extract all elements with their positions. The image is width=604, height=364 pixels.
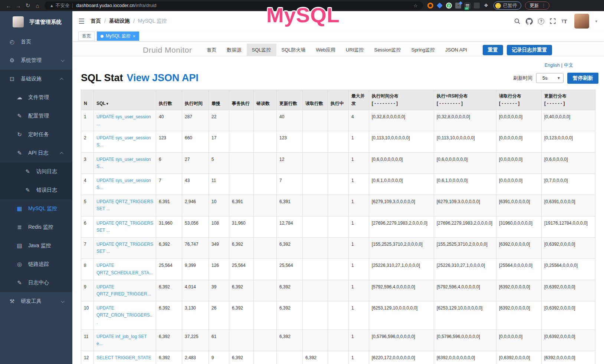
druid-nav-SQL监控[interactable]: SQL监控 bbox=[247, 44, 276, 56]
sql-link[interactable]: UPDATE QRTZ_TRIGGERS SET ... bbox=[96, 199, 153, 211]
sidebar-item-首页[interactable]: ◴首页 bbox=[0, 33, 72, 51]
view-json-api-link[interactable]: View JSON API bbox=[127, 72, 199, 84]
sidebar-item-Java 监控[interactable]: ▤Java 监控 bbox=[0, 236, 72, 255]
font-size-icon[interactable]: TT bbox=[561, 18, 567, 24]
back-icon[interactable]: ← bbox=[4, 3, 13, 9]
address-bar[interactable]: ▲ 不安全 dashboard.yudao.iocoder.cn/infra/d… bbox=[45, 1, 423, 10]
druid-nav-URI监控[interactable]: URI监控 bbox=[341, 44, 369, 56]
sql-link[interactable]: UPDATE sys_user_session S... bbox=[96, 178, 151, 190]
browser-update-button[interactable]: 更新 ⋮ bbox=[525, 1, 549, 10]
avatar-dropdown-caret-icon[interactable]: ▾ bbox=[595, 19, 597, 24]
sidebar-item-研发工具[interactable]: ⚒研发工具 bbox=[0, 292, 72, 311]
extension-icon[interactable]: y bbox=[446, 3, 452, 9]
sidebar-item-链路追踪[interactable]: ◎链路追踪 bbox=[0, 255, 72, 274]
puzzle-extension-icon[interactable]: ❖ bbox=[483, 3, 489, 9]
paused-label: 已暂停 bbox=[503, 3, 517, 9]
sql-link[interactable]: UPDATE sys_user_session ... bbox=[96, 114, 151, 126]
column-header[interactable]: 更新行数 bbox=[277, 90, 303, 110]
sql-link[interactable]: UPDATE QRTZ_SCHEDULER_STA... bbox=[96, 263, 153, 275]
sidebar-toggle-icon[interactable]: ☰ bbox=[78, 17, 85, 26]
druid-nav-首页[interactable]: 首页 bbox=[202, 44, 222, 56]
sql-link[interactable]: UPDATE sys_user_session S... bbox=[96, 157, 151, 169]
column-header-label: 执行数 bbox=[159, 101, 172, 106]
log-and-reset-button[interactable]: 记录日志并重置 bbox=[507, 45, 552, 55]
column-header[interactable]: 读取行分布[ - - - - - - ] bbox=[496, 90, 542, 110]
column-header[interactable]: 执行中 bbox=[328, 90, 349, 110]
sidebar-item-访问日志[interactable]: ✎访问日志 bbox=[0, 162, 72, 181]
column-header[interactable]: 执行时间 bbox=[182, 90, 209, 110]
sidebar-item-Redis 监控[interactable]: ≣Redis 监控 bbox=[0, 218, 72, 236]
forward-icon[interactable]: → bbox=[13, 3, 23, 9]
reset-button[interactable]: 重置 bbox=[483, 45, 503, 55]
sql-link[interactable]: UPDATE sys_user_session S... bbox=[96, 135, 151, 148]
app-logo-row[interactable]: 芋道管理系统 bbox=[0, 11, 72, 33]
tag-MySQL 监控[interactable]: MySQL 监控× bbox=[97, 32, 139, 41]
column-header[interactable]: 最大并发 bbox=[349, 90, 369, 110]
sidebar-item-定时任务[interactable]: ↻定时任务 bbox=[0, 125, 72, 144]
column-header[interactable]: 最慢 bbox=[209, 90, 229, 110]
tag-close-icon[interactable]: × bbox=[133, 34, 135, 39]
breadcrumb-item[interactable]: 基础设施 bbox=[109, 18, 130, 24]
sql-link[interactable]: UPDATE QRTZ_CRON_TRIGGERS... bbox=[96, 305, 152, 325]
column-header[interactable]: 读取行数 bbox=[303, 90, 328, 110]
sidebar-item-配置管理[interactable]: ✎配置管理 bbox=[0, 107, 72, 125]
table-cell bbox=[229, 152, 254, 173]
lang-english-link[interactable]: English bbox=[545, 63, 560, 68]
druid-nav-Web应用[interactable]: Web应用 bbox=[311, 44, 341, 56]
table-cell: 11 bbox=[209, 173, 229, 195]
column-header[interactable]: 执行数 bbox=[156, 90, 182, 110]
fullscreen-icon[interactable] bbox=[549, 18, 556, 24]
column-header[interactable]: 执行+RS时分布[ - - - - - - - - ] bbox=[434, 90, 496, 110]
reload-icon[interactable]: ↻ bbox=[23, 2, 33, 9]
sidebar-item-API 日志[interactable]: ✎API 日志 bbox=[0, 144, 72, 162]
column-header[interactable]: 事务执行 bbox=[229, 90, 254, 110]
breadcrumb-item[interactable]: 首页 bbox=[91, 18, 101, 24]
druid-nav-SQL防火墙[interactable]: SQL防火墙 bbox=[276, 44, 311, 56]
table-cell: [0,6392,0,0,0,0] bbox=[496, 351, 542, 364]
user-avatar[interactable] bbox=[574, 14, 589, 29]
table-cell bbox=[254, 195, 277, 216]
bookmark-star-icon[interactable]: ☆ bbox=[413, 3, 418, 9]
sql-link[interactable]: SELECT TRIGGER_STATE bbox=[96, 355, 151, 360]
sidebar-item-MySQL 监控[interactable]: ▦MySQL 监控 bbox=[0, 199, 72, 218]
druid-nav-JSON API[interactable]: JSON API bbox=[440, 44, 472, 56]
sql-link[interactable]: UPDATE QRTZ_TRIGGERS SET ... bbox=[96, 221, 153, 233]
tag-首页[interactable]: 首页 bbox=[78, 32, 95, 41]
profile-paused-chip[interactable]: 已暂停 bbox=[493, 1, 521, 10]
home-icon[interactable]: ⌂ bbox=[33, 3, 42, 9]
column-header[interactable]: 错误数 bbox=[254, 90, 277, 110]
extension-icon[interactable] bbox=[455, 3, 461, 9]
extension-icon[interactable] bbox=[474, 3, 480, 9]
sidebar-item-日志中心[interactable]: ✎日志中心 bbox=[0, 274, 72, 292]
browser-menu-icon[interactable]: ⋮ bbox=[542, 3, 546, 8]
sidebar-item-系统管理[interactable]: ⚙系统管理 bbox=[0, 51, 72, 70]
github-icon[interactable] bbox=[526, 18, 533, 25]
column-header[interactable]: SQL▼ bbox=[94, 90, 156, 110]
table-cell: UPDATE QRTZ_TRIGGERS SET ... bbox=[94, 195, 156, 216]
druid-nav-Spring监控[interactable]: Spring监控 bbox=[406, 44, 440, 56]
pause-refresh-button[interactable]: 暂停刷新 bbox=[567, 73, 598, 84]
search-icon[interactable] bbox=[514, 18, 521, 24]
table-cell: [6253,129,10,0,0,0,0,0] bbox=[434, 301, 496, 330]
sidebar-item-基础设施[interactable]: ⊡基础设施 bbox=[0, 70, 72, 88]
extension-icon[interactable] bbox=[437, 3, 443, 9]
sql-link[interactable]: UPDATE inf_job_log SET e... bbox=[96, 334, 147, 346]
help-icon[interactable]: ? bbox=[538, 18, 544, 24]
extension-icon[interactable] bbox=[427, 3, 433, 9]
lang-chinese-link[interactable]: 中文 bbox=[564, 63, 573, 68]
extension-icon[interactable]: on bbox=[465, 3, 470, 9]
column-header[interactable]: 执行时间分布[ - - - - - - - - ] bbox=[369, 90, 434, 110]
column-header[interactable]: 更新行分布[ - - - - - - ] bbox=[542, 90, 595, 110]
sql-link[interactable]: UPDATE QRTZ_FIRED_TRIGGER... bbox=[96, 284, 151, 297]
table-cell: 6,392 bbox=[303, 351, 328, 364]
table-cell: [0,7,0,0,0,0] bbox=[542, 173, 595, 195]
refresh-interval-select[interactable]: 5s ▼ bbox=[536, 73, 564, 83]
table-cell: [25564,0,0,0,0,0] bbox=[496, 259, 542, 280]
column-header[interactable]: N bbox=[81, 90, 94, 110]
sidebar-item-文件管理[interactable]: ☁文件管理 bbox=[0, 88, 72, 107]
druid-nav-Session监控[interactable]: Session监控 bbox=[369, 44, 406, 56]
druid-nav-数据源[interactable]: 数据源 bbox=[222, 44, 247, 56]
sql-link[interactable]: UPDATE QRTZ_TRIGGERS SET ... bbox=[96, 242, 153, 254]
table-row: 2UPDATE sys_user_session S...12366017123… bbox=[81, 131, 595, 152]
sidebar-item-错误日志[interactable]: ✎错误日志 bbox=[0, 181, 72, 199]
